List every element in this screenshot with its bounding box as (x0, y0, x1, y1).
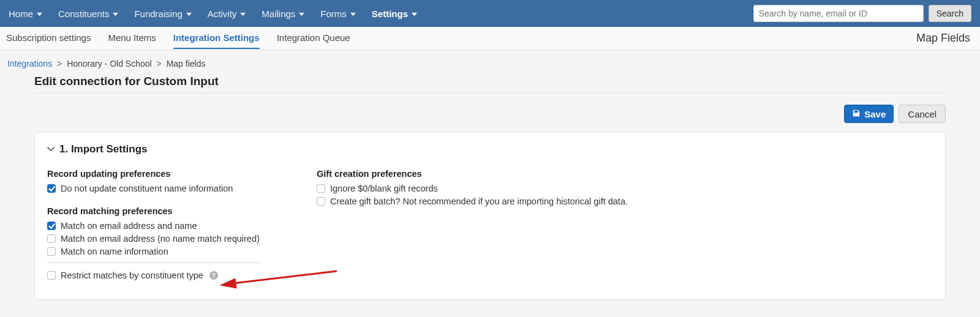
checkbox-label: Create gift batch? Not recommended if yo… (330, 196, 628, 206)
checkbox-icon (47, 184, 56, 193)
nav-fundraising[interactable]: Fundraising (134, 9, 191, 19)
save-button[interactable]: Save (844, 105, 894, 123)
checkbox-icon (317, 197, 325, 206)
nav-label: Activity (208, 9, 237, 19)
chk-match-email-and-name[interactable]: Match on email address and name (47, 221, 262, 231)
divider (47, 263, 262, 263)
chk-ignore-zero-gift[interactable]: Ignore $0/blank gift records (317, 184, 628, 193)
checkbox-label: Match on email address and name (61, 221, 197, 231)
group-record-matching-title: Record matching preferences (47, 206, 262, 216)
nav-activity[interactable]: Activity (208, 9, 246, 19)
import-settings-panel: 1. Import Settings Record updating prefe… (34, 132, 946, 300)
checkbox-label: Match on email address (no name match re… (61, 234, 260, 244)
panel-body: Record updating preferences Do not updat… (47, 169, 933, 283)
checkbox-label: Do not update constituent name informati… (61, 184, 233, 193)
breadcrumb: Integrations > Honorary - Old School > M… (0, 50, 980, 72)
save-icon (852, 109, 861, 119)
group-record-updating-title: Record updating preferences (47, 169, 262, 179)
nav-constituents[interactable]: Constituents (58, 9, 118, 19)
chevron-down-icon (412, 9, 417, 19)
nav-label: Home (9, 9, 33, 19)
nav-label: Constituents (58, 9, 109, 19)
chk-match-email-only[interactable]: Match on email address (no name match re… (47, 234, 262, 244)
checkbox-icon (47, 271, 56, 280)
nav-settings[interactable]: Settings (372, 9, 417, 19)
group-gift-creation-title: Gift creation preferences (317, 169, 628, 179)
cancel-button[interactable]: Cancel (899, 105, 946, 123)
chk-do-not-update-name[interactable]: Do not update constituent name informati… (47, 184, 262, 193)
nav-home[interactable]: Home (9, 9, 42, 19)
chevron-down-icon (350, 9, 356, 19)
chevron-down-icon (47, 143, 55, 155)
checkbox-icon (47, 222, 56, 230)
top-nav-left: Home Constituents Fundraising Activity M… (9, 9, 753, 19)
chevron-down-icon (37, 9, 42, 19)
subnav-right-label: Map Fields (916, 32, 974, 45)
panel-toggle[interactable]: 1. Import Settings (47, 143, 933, 155)
tab-subscription-settings[interactable]: Subscription settings (6, 28, 91, 49)
checkbox-icon (47, 234, 56, 243)
nav-label: Fundraising (134, 9, 182, 19)
col-gift-prefs: Gift creation preferences Ignore $0/blan… (317, 169, 628, 283)
checkbox-icon (317, 184, 325, 193)
chevron-down-icon (299, 9, 304, 19)
search-input[interactable] (753, 5, 924, 22)
chevron-down-icon (240, 9, 246, 19)
chk-restrict-by-constituent-type[interactable]: Restrict matches by constituent type ? (47, 270, 262, 280)
nav-mailings[interactable]: Mailings (262, 9, 304, 19)
top-nav-right: Search (753, 5, 971, 22)
breadcrumb-sep: > (154, 59, 164, 69)
sub-nav-left: Subscription settings Menu Items Integra… (6, 28, 916, 49)
nav-forms[interactable]: Forms (320, 9, 356, 19)
panel-title: 1. Import Settings (59, 143, 148, 155)
save-label: Save (864, 109, 886, 119)
nav-label: Mailings (262, 9, 295, 19)
nav-label: Forms (320, 9, 347, 19)
tab-menu-items[interactable]: Menu Items (108, 28, 156, 49)
col-record-prefs: Record updating preferences Do not updat… (47, 169, 262, 283)
breadcrumb-integrations[interactable]: Integrations (7, 59, 52, 69)
checkbox-label: Match on name information (61, 247, 168, 256)
breadcrumb-sep: > (55, 59, 64, 69)
nav-label: Settings (372, 9, 408, 19)
breadcrumb-mid: Honorary - Old School (67, 59, 152, 69)
page-title: Edit connection for Custom Input (0, 72, 980, 93)
help-icon[interactable]: ? (209, 271, 218, 280)
title-rule (34, 93, 946, 94)
chk-create-gift-batch[interactable]: Create gift batch? Not recommended if yo… (317, 196, 628, 206)
checkbox-label: Ignore $0/blank gift records (330, 184, 438, 193)
chevron-down-icon (186, 9, 192, 19)
top-nav: Home Constituents Fundraising Activity M… (0, 0, 980, 27)
actions-row: Save Cancel (0, 102, 980, 132)
breadcrumb-leaf: Map fields (167, 59, 206, 69)
tab-integration-queue[interactable]: Integration Queue (277, 28, 350, 49)
checkbox-label: Restrict matches by constituent type (61, 270, 203, 280)
search-button[interactable]: Search (929, 5, 971, 22)
tab-integration-settings[interactable]: Integration Settings (173, 28, 260, 49)
chk-match-name-info[interactable]: Match on name information (47, 247, 262, 256)
checkbox-icon (47, 247, 56, 256)
sub-nav: Subscription settings Menu Items Integra… (0, 27, 980, 50)
chevron-down-icon (113, 9, 118, 19)
